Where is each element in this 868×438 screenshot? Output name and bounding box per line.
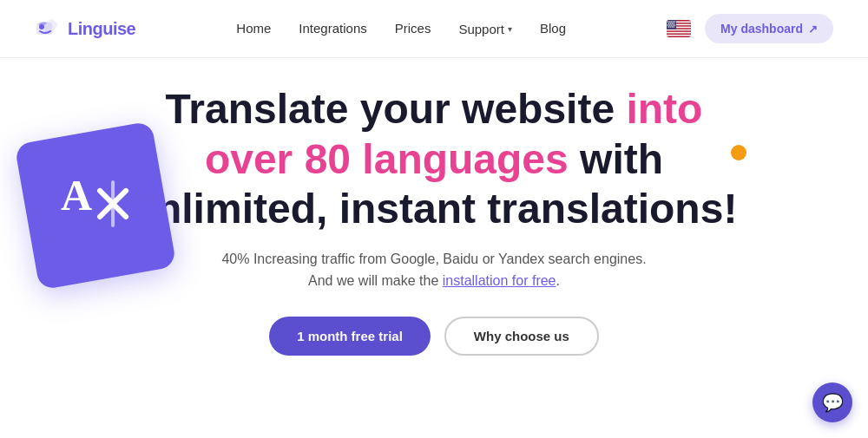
hero-section: A Translate your website into over 80 la… (0, 58, 868, 356)
hero-title: Translate your website into over 80 lang… (122, 84, 746, 234)
free-trial-button[interactable]: 1 month free trial (269, 317, 431, 356)
translate-card: A (14, 121, 176, 290)
chat-icon: 💬 (822, 392, 844, 413)
logo-icon (35, 16, 61, 42)
hero-subtitle: 40% Increasing traffic from Google, Baid… (221, 248, 646, 292)
svg-rect-7 (667, 32, 691, 34)
svg-rect-8 (667, 35, 691, 36)
svg-text:A: A (61, 171, 92, 219)
nav-item-blog[interactable]: Blog (540, 21, 566, 36)
nav-right: ★★★★★ ★★★★ ★★★★★ ★★★★ My dashboard ↗ (667, 14, 833, 43)
language-flag[interactable]: ★★★★★ ★★★★ ★★★★★ ★★★★ (667, 20, 691, 37)
svg-rect-6 (667, 29, 691, 31)
nav-item-support[interactable]: Support ▾ (458, 22, 512, 36)
hero-buttons: 1 month free trial Why choose us (269, 317, 599, 356)
translate-icon: A (56, 165, 135, 247)
chevron-down-icon: ▾ (508, 24, 512, 34)
orange-dot-decoration (731, 145, 746, 160)
svg-text:★: ★ (673, 25, 675, 29)
dashboard-button[interactable]: My dashboard ↗ (705, 14, 833, 43)
nav-item-home[interactable]: Home (236, 21, 271, 36)
logo-text: Linguise (68, 19, 135, 39)
nav-links: Home Integrations Prices Support ▾ Blog (236, 21, 566, 36)
external-link-icon: ↗ (808, 23, 818, 36)
installation-link[interactable]: installation for free (443, 273, 556, 288)
nav-item-integrations[interactable]: Integrations (299, 21, 366, 36)
chat-bubble-button[interactable]: 💬 (812, 382, 852, 422)
navbar: Linguise Home Integrations Prices Suppor… (0, 0, 868, 58)
why-choose-us-button[interactable]: Why choose us (444, 317, 599, 356)
nav-item-prices[interactable]: Prices (395, 21, 431, 36)
logo[interactable]: Linguise (35, 16, 135, 42)
svg-point-1 (39, 24, 44, 29)
